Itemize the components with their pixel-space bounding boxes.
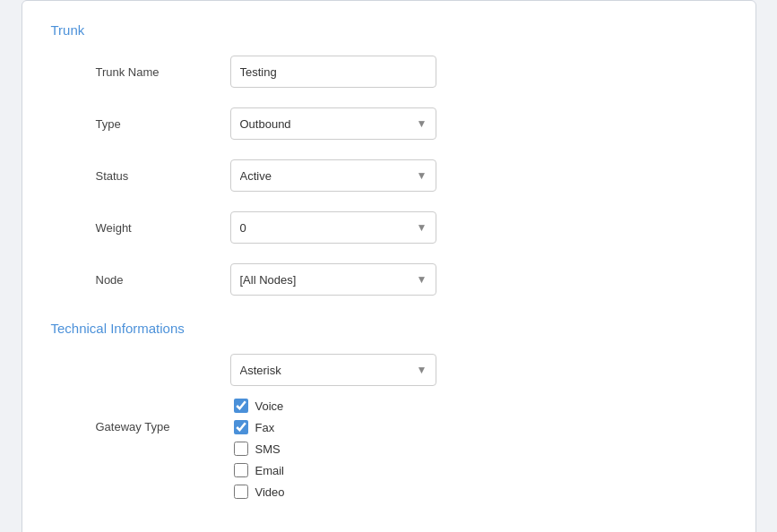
trunk-name-input[interactable]	[230, 56, 436, 88]
gateway-type-group: Gateway Type Asterisk FreeSwitch Kamaili…	[51, 354, 727, 499]
weight-label: Weight	[51, 221, 230, 235]
trunk-section: Trunk Trunk Name Type Outbound Inbound B…	[51, 22, 727, 296]
type-group: Type Outbound Inbound Both ▼	[51, 107, 727, 140]
gateway-selects-container: Asterisk FreeSwitch Kamailio ▼ Voice Fax	[230, 354, 436, 499]
type-select[interactable]: Outbound Inbound Both	[230, 107, 436, 140]
fax-checkbox-item: Fax	[234, 420, 436, 434]
trunk-name-group: Trunk Name	[51, 56, 727, 88]
status-label: Status	[51, 169, 230, 183]
weight-select-wrapper: 0 1 2 3 ▼	[230, 211, 436, 244]
sms-label[interactable]: SMS	[255, 442, 281, 456]
video-checkbox[interactable]	[234, 485, 248, 499]
voice-checkbox-item: Voice	[234, 399, 436, 413]
trunk-section-title: Trunk	[51, 22, 727, 38]
technical-section: Technical Informations Gateway Type Aste…	[51, 321, 727, 499]
email-label[interactable]: Email	[255, 464, 285, 477]
voice-label[interactable]: Voice	[255, 399, 284, 413]
fax-checkbox[interactable]	[234, 420, 248, 434]
email-checkbox[interactable]	[234, 463, 248, 477]
main-card: Trunk Trunk Name Type Outbound Inbound B…	[22, 0, 756, 532]
gateway-type-select-wrapper: Asterisk FreeSwitch Kamailio ▼	[230, 354, 436, 386]
trunk-name-label: Trunk Name	[51, 65, 230, 79]
status-select[interactable]: Active Inactive	[230, 159, 436, 192]
email-checkbox-item: Email	[234, 463, 436, 477]
node-label: Node	[51, 273, 230, 287]
status-select-wrapper: Active Inactive ▼	[230, 159, 436, 192]
type-select-wrapper: Outbound Inbound Both ▼	[230, 107, 436, 140]
video-checkbox-item: Video	[234, 485, 436, 499]
capability-checkboxes: Voice Fax SMS Email	[234, 399, 436, 499]
node-select[interactable]: [All Nodes]	[230, 263, 436, 296]
voice-checkbox[interactable]	[234, 399, 248, 413]
node-group: Node [All Nodes] ▼	[51, 263, 727, 296]
node-select-wrapper: [All Nodes] ▼	[230, 263, 436, 296]
sms-checkbox[interactable]	[234, 442, 248, 456]
technical-section-title: Technical Informations	[51, 321, 727, 336]
type-label: Type	[51, 117, 230, 131]
video-label[interactable]: Video	[255, 485, 285, 499]
sms-checkbox-item: SMS	[234, 442, 436, 456]
status-group: Status Active Inactive ▼	[51, 159, 727, 192]
weight-group: Weight 0 1 2 3 ▼	[51, 211, 727, 244]
gateway-type-label: Gateway Type	[51, 420, 230, 433]
fax-label[interactable]: Fax	[255, 421, 275, 434]
gateway-type-select[interactable]: Asterisk FreeSwitch Kamailio	[230, 354, 436, 386]
weight-select[interactable]: 0 1 2 3	[230, 211, 436, 244]
